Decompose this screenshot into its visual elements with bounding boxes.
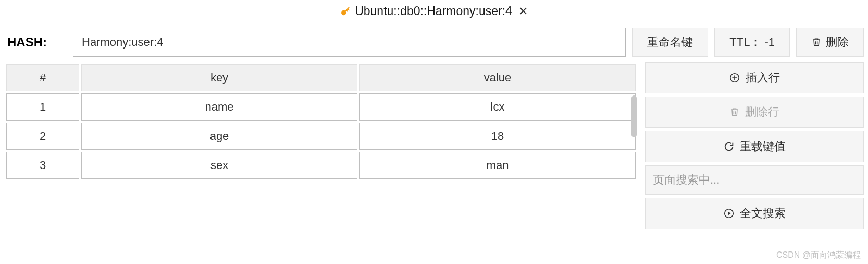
type-label: HASH: xyxy=(4,28,67,57)
delete-key-label: 删除 xyxy=(826,34,849,50)
table-row[interactable]: 3 sex man xyxy=(6,152,636,179)
col-header-index[interactable]: # xyxy=(6,64,79,91)
play-circle-icon xyxy=(723,208,735,219)
fulltext-search-label: 全文搜索 xyxy=(740,206,786,221)
reload-label: 重载键值 xyxy=(740,139,786,154)
delete-key-button[interactable]: 删除 xyxy=(796,28,864,57)
scrollbar-thumb[interactable] xyxy=(631,95,637,137)
hash-table-wrap: # key value 1 name lcx 2 age 18 3 xyxy=(4,62,638,181)
key-icon xyxy=(340,6,351,17)
key-name-input[interactable] xyxy=(73,28,626,57)
plus-circle-icon xyxy=(729,72,740,83)
fulltext-search-button[interactable]: 全文搜索 xyxy=(645,198,864,229)
rename-key-label: 重命名键 xyxy=(647,34,693,50)
page-search-input[interactable] xyxy=(645,165,864,195)
cell-value: 18 xyxy=(359,123,636,150)
tab-title[interactable]: Ubuntu::db0::Harmony:user:4 xyxy=(355,4,512,18)
col-header-value[interactable]: value xyxy=(359,64,636,91)
col-header-key[interactable]: key xyxy=(81,64,357,91)
cell-key: sex xyxy=(81,152,357,179)
hash-table: # key value 1 name lcx 2 age 18 3 xyxy=(4,62,638,181)
delete-row-button[interactable]: 删除行 xyxy=(645,97,864,128)
cell-index: 2 xyxy=(6,123,79,150)
cell-index: 3 xyxy=(6,152,79,179)
insert-row-button[interactable]: 插入行 xyxy=(645,62,864,93)
insert-row-label: 插入行 xyxy=(746,70,780,86)
trash-icon xyxy=(811,37,822,47)
ttl-value: -1 xyxy=(764,35,775,49)
ttl-display[interactable]: TTL： -1 xyxy=(714,28,790,57)
cell-key: name xyxy=(81,93,357,121)
cell-index: 1 xyxy=(6,93,79,121)
cell-value: man xyxy=(359,152,636,179)
trash-icon xyxy=(729,107,740,117)
main-area: # key value 1 name lcx 2 age 18 3 xyxy=(0,62,868,229)
cell-key: age xyxy=(81,123,357,150)
side-panel: 插入行 删除行 重载键值 全文搜索 xyxy=(645,62,864,229)
reload-icon xyxy=(723,141,735,152)
tab-bar: Ubuntu::db0::Harmony:user:4 ✕ xyxy=(0,0,868,28)
table-row[interactable]: 1 name lcx xyxy=(6,93,636,121)
table-row[interactable]: 2 age 18 xyxy=(6,123,636,150)
close-icon[interactable]: ✕ xyxy=(518,5,528,18)
delete-row-label: 删除行 xyxy=(745,104,779,120)
ttl-label: TTL： xyxy=(729,34,761,50)
cell-value: lcx xyxy=(359,93,636,121)
key-header-row: HASH: 重命名键 TTL： -1 删除 xyxy=(0,28,868,57)
reload-button[interactable]: 重载键值 xyxy=(645,131,864,162)
rename-key-button[interactable]: 重命名键 xyxy=(632,28,708,57)
